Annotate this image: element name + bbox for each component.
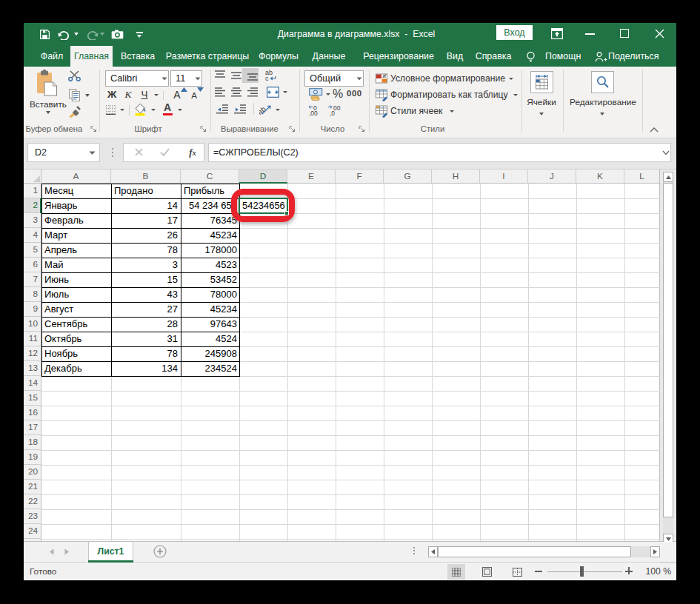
- svg-text:,0: ,0: [330, 110, 335, 116]
- svg-text:,00: ,00: [309, 110, 318, 116]
- svg-text:c: c: [265, 75, 269, 81]
